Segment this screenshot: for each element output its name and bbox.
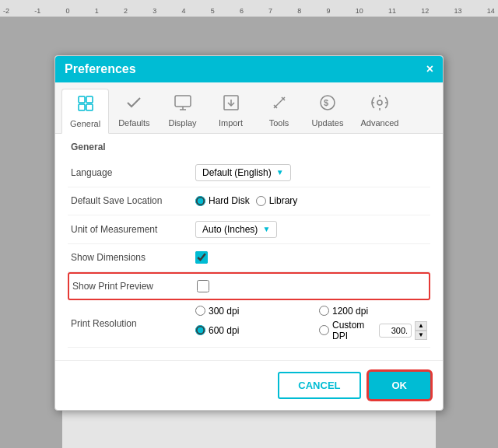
updates-icon: $ (318, 93, 337, 117)
tab-advanced[interactable]: Advanced (352, 89, 406, 133)
language-row: Language Default (English) ▼ (68, 159, 430, 187)
custom-dpi-input[interactable] (379, 324, 412, 338)
language-dropdown[interactable]: Default (English) ▼ (195, 164, 291, 181)
print-resolution-row: Print Resolution 300 dpi 1200 dpi (68, 300, 430, 348)
save-location-control: Hard Disk Library (195, 195, 427, 206)
ruler-marks: -2 -1 0 1 2 3 4 5 6 7 8 9 10 11 12 13 14 (0, 7, 498, 16)
library-radio[interactable] (256, 196, 266, 206)
tab-display[interactable]: Display (160, 89, 206, 133)
default-save-location-row: Default Save Location Hard Disk Library (68, 187, 430, 215)
svg-text:$: $ (324, 98, 328, 107)
print-resolution-control: 300 dpi 1200 dpi 600 dpi (195, 306, 427, 341)
import-icon (222, 93, 240, 117)
tab-general-label: General (70, 119, 100, 128)
default-save-location-label: Default Save Location (71, 195, 195, 206)
tab-defaults-label: Defaults (118, 118, 149, 128)
language-dropdown-arrow: ▼ (276, 168, 284, 177)
600dpi-label: 600 dpi (209, 325, 239, 336)
language-control: Default (English) ▼ (195, 164, 427, 181)
print-resolution-grid: 300 dpi 1200 dpi 600 dpi (195, 306, 427, 341)
1200dpi-radio[interactable] (319, 306, 329, 316)
600dpi-radio[interactable] (195, 325, 205, 335)
show-print-preview-checkbox[interactable] (197, 280, 209, 292)
unit-measurement-value: Auto (Inches) (202, 224, 258, 235)
show-print-preview-label: Show Print Preview (72, 281, 197, 292)
custom-dpi-label-container[interactable]: Custom DPI (319, 320, 376, 341)
svg-rect-3 (86, 104, 93, 110)
dialog-titlebar: Preferences × (55, 56, 443, 82)
show-dimensions-row: Show Dimensions (68, 244, 430, 272)
tools-icon (270, 93, 289, 117)
display-icon (174, 93, 192, 117)
custom-dpi-label: Custom DPI (332, 320, 376, 341)
advanced-icon (370, 93, 389, 117)
show-dimensions-checkbox[interactable] (195, 251, 208, 264)
dpi-spinner-buttons: ▲ ▼ (415, 321, 427, 340)
1200dpi-option[interactable]: 1200 dpi (319, 306, 427, 317)
svg-rect-4 (175, 96, 191, 107)
ok-button[interactable]: OK (369, 372, 431, 399)
top-ruler: -2 -1 0 1 2 3 4 5 6 7 8 9 10 11 12 13 14 (0, 0, 498, 17)
language-label: Language (71, 167, 195, 178)
600dpi-option[interactable]: 600 dpi (195, 320, 303, 341)
custom-dpi-radio[interactable] (319, 325, 329, 335)
custom-dpi-option: Custom DPI ▲ ▼ (319, 320, 427, 341)
preferences-dialog: Preferences × General (54, 55, 444, 411)
dialog-content: General Language Default (English) ▼ Def… (55, 134, 443, 360)
general-icon (76, 94, 95, 117)
print-resolution-label: Print Resolution (71, 318, 195, 329)
300dpi-option[interactable]: 300 dpi (195, 306, 303, 317)
svg-rect-2 (79, 104, 85, 110)
hard-disk-label: Hard Disk (209, 195, 250, 206)
section-header: General (68, 142, 430, 152)
unit-measurement-control: Auto (Inches) ▼ (195, 221, 427, 238)
unit-measurement-dropdown[interactable]: Auto (Inches) ▼ (195, 221, 277, 238)
tabs-bar: General Defaults Display (55, 82, 443, 134)
library-label: Library (269, 195, 298, 206)
show-dimensions-label: Show Dimensions (71, 252, 195, 263)
tab-import[interactable]: Import (208, 89, 254, 133)
tab-advanced-label: Advanced (360, 118, 398, 128)
tab-updates[interactable]: $ Updates (304, 89, 352, 133)
dialog-footer: CANCEL OK (55, 360, 443, 410)
tab-general[interactable]: General (61, 89, 109, 134)
cancel-button[interactable]: CANCEL (278, 372, 360, 399)
dialog-title: Preferences (65, 62, 136, 76)
dpi-up-button[interactable]: ▲ (415, 321, 427, 331)
show-dimensions-control (195, 251, 427, 264)
show-print-preview-row: Show Print Preview (68, 272, 430, 300)
unit-dropdown-arrow: ▼ (262, 225, 270, 233)
300dpi-label: 300 dpi (209, 306, 239, 317)
hard-disk-option[interactable]: Hard Disk (195, 195, 250, 206)
svg-rect-1 (86, 96, 93, 103)
close-button[interactable]: × (426, 63, 433, 75)
defaults-icon (124, 93, 143, 117)
dpi-down-button[interactable]: ▼ (415, 331, 427, 340)
tab-defaults[interactable]: Defaults (110, 89, 157, 133)
hard-disk-radio[interactable] (195, 196, 205, 206)
unit-measurement-label: Unit of Measurement (71, 224, 195, 235)
language-value: Default (English) (202, 167, 272, 178)
library-option[interactable]: Library (256, 195, 298, 206)
tab-tools[interactable]: Tools (256, 89, 303, 133)
tab-tools-label: Tools (269, 118, 289, 128)
dialog-overlay: Preferences × General (0, 17, 498, 448)
show-print-preview-control (197, 280, 426, 292)
300dpi-radio[interactable] (195, 306, 205, 316)
unit-measurement-row: Unit of Measurement Auto (Inches) ▼ (68, 215, 430, 244)
svg-rect-0 (79, 96, 85, 103)
tab-updates-label: Updates (312, 118, 344, 128)
1200dpi-label: 1200 dpi (332, 306, 368, 317)
tab-import-label: Import (219, 118, 243, 128)
svg-point-12 (377, 100, 382, 105)
tab-display-label: Display (168, 118, 196, 128)
